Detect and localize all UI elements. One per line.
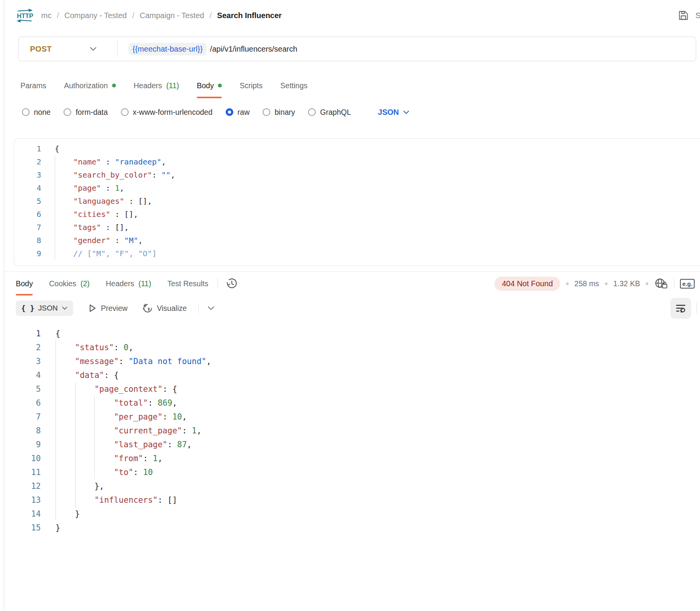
request-body-editor[interactable]: 1{2"name" : "ranadeep",3"search_by_color…: [14, 138, 700, 266]
line-number: 12: [4, 479, 41, 493]
save-label[interactable]: S: [695, 11, 700, 20]
dot-separator: [605, 282, 608, 285]
code-line: 8"gender" : "M",: [14, 234, 700, 247]
tab-body[interactable]: Body: [197, 73, 222, 98]
visualize-button[interactable]: Visualize: [142, 303, 187, 314]
response-tab-headers[interactable]: Headers(11): [106, 272, 151, 295]
tab-count: (11): [138, 279, 151, 288]
body-type-x-www-form-urlencoded[interactable]: x-www-form-urlencoded: [121, 108, 213, 117]
breadcrumb-current: Search Influencer: [217, 11, 282, 20]
tab-label: Params: [20, 81, 46, 90]
url-input[interactable]: {{meechat-base-url}} /api/v1/influencers…: [117, 43, 696, 55]
preview-label: Preview: [101, 304, 127, 313]
line-number: 3: [14, 168, 41, 181]
indent-guide: [55, 424, 75, 438]
indent-guide: [55, 368, 75, 382]
green-dot-icon: [218, 84, 222, 87]
breadcrumb: HTTP mc/Company - Tested/Campaign - Test…: [16, 8, 282, 23]
radio-icon: [226, 108, 233, 116]
breadcrumb-item[interactable]: Campaign - Tested: [140, 11, 204, 20]
tab-params[interactable]: Params: [20, 73, 46, 98]
chevron-down-icon: [89, 46, 97, 52]
radio-icon: [121, 108, 129, 116]
sparkle-wand-icon: [142, 303, 153, 314]
indent-guide: [55, 396, 75, 410]
status-badge: 404 Not Found: [494, 277, 560, 291]
example-badge[interactable]: e.g.: [680, 279, 695, 289]
chevron-down-icon: [62, 306, 68, 311]
code-line: 5"page_context": {: [4, 382, 700, 396]
response-tab-cookies[interactable]: Cookies(2): [49, 272, 89, 295]
tab-headers[interactable]: Headers(11): [134, 73, 179, 98]
breadcrumb-separator: /: [57, 11, 59, 20]
tab-scripts[interactable]: Scripts: [239, 73, 263, 98]
line-number: 2: [4, 341, 41, 354]
chevron-down-icon[interactable]: [207, 306, 215, 311]
line-number: 4: [14, 181, 41, 195]
line-number: 1: [4, 327, 41, 341]
code-line: 2"name" : "ranadeep",: [14, 155, 700, 168]
body-type-graphql[interactable]: GraphQL: [308, 108, 351, 117]
breadcrumb-item[interactable]: Company - Tested: [64, 11, 127, 20]
radio-icon: [22, 108, 30, 116]
indent-guide: [75, 438, 95, 452]
indent-guide: [94, 438, 114, 452]
radio-label: form-data: [75, 108, 107, 117]
radio-label: x-www-form-urlencoded: [133, 108, 213, 117]
method-dropdown[interactable]: POST: [18, 45, 117, 54]
body-type-raw[interactable]: raw: [226, 108, 250, 117]
response-size: 1.32 KB: [613, 279, 640, 288]
svg-text:HTTP: HTTP: [17, 12, 33, 19]
history-icon[interactable]: [226, 277, 238, 290]
dot-separator: [646, 282, 648, 285]
indent-guide: [94, 465, 114, 479]
response-meta: 404 Not Found 258 ms 1.32 KB e.g.: [494, 277, 695, 291]
save-icon[interactable]: [678, 10, 689, 21]
indent-guide: [75, 493, 95, 507]
code-line: 8"current_page": 1,: [4, 424, 700, 438]
line-number: 8: [14, 234, 41, 247]
code-line: 9"last_page": 87,: [4, 438, 700, 452]
response-tab-body[interactable]: Body: [16, 272, 33, 295]
body-type-none[interactable]: none: [22, 108, 50, 117]
code-line: 6"cities" : [],: [14, 208, 700, 221]
format-label: JSON: [38, 304, 58, 312]
code-line: 7"per_page": 10,: [4, 410, 700, 424]
header: HTTP mc/Company - Tested/Campaign - Test…: [4, 0, 700, 31]
code-line: 3"message": "Data not found",: [4, 354, 700, 368]
line-number: 6: [4, 396, 41, 410]
indent-guide: [94, 396, 114, 410]
line-number: 8: [4, 424, 41, 438]
response-header: BodyCookies(2)Headers(11)Test Results 40…: [4, 272, 700, 295]
code-line: 9// ["M", "F", "O"]: [14, 247, 700, 260]
body-type-form-data[interactable]: form-data: [64, 108, 107, 117]
url-variable-pill[interactable]: {{meechat-base-url}}: [128, 43, 207, 55]
indent-guide: [55, 155, 73, 168]
language-label: JSON: [378, 108, 399, 117]
response-body-editor[interactable]: 1{2"status": 0,3"message": "Data not fou…: [4, 321, 700, 535]
code-line: 2"status": 0,: [4, 341, 700, 354]
breadcrumb-item[interactable]: mc: [41, 11, 52, 20]
code-line: 4"data": {: [4, 368, 700, 382]
tab-settings[interactable]: Settings: [280, 73, 307, 98]
line-number: 14: [4, 507, 41, 521]
preview-button[interactable]: Preview: [88, 303, 127, 313]
line-number: 13: [4, 493, 41, 507]
indent-guide: [55, 493, 75, 507]
request-tabs: ParamsAuthorizationHeaders(11)BodyScript…: [4, 73, 700, 98]
indent-guide: [55, 168, 73, 181]
line-number: 15: [4, 521, 41, 535]
code-line: 15}: [4, 521, 700, 535]
tab-authorization[interactable]: Authorization: [64, 73, 116, 98]
response-format-dropdown[interactable]: { } JSON: [16, 300, 73, 316]
line-number: 10: [4, 452, 41, 465]
line-number: 3: [4, 354, 41, 368]
response-tab-test-results[interactable]: Test Results: [167, 272, 208, 295]
body-type-binary[interactable]: binary: [263, 108, 295, 117]
indent-guide: [55, 438, 75, 452]
language-select[interactable]: JSON: [378, 108, 410, 117]
visualize-label: Visualize: [157, 304, 187, 313]
wrap-text-button[interactable]: [670, 298, 691, 319]
globe-lock-icon[interactable]: [654, 277, 668, 290]
http-request-icon: HTTP: [16, 8, 33, 23]
